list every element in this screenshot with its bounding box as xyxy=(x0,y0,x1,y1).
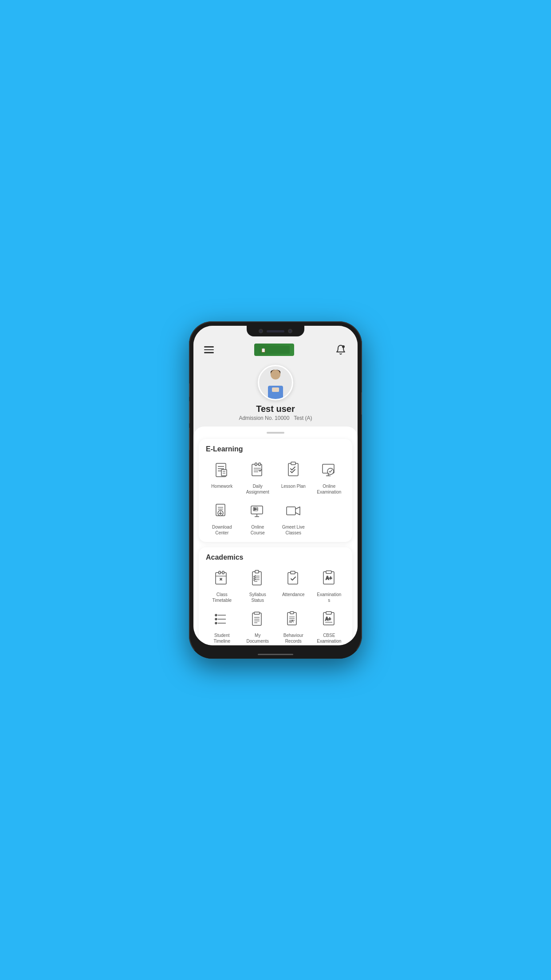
my-documents-label: MyDocuments xyxy=(246,632,269,644)
cbse-examination-item[interactable]: A+ CBSEExamination xyxy=(313,609,346,644)
notification-bell-button[interactable] xyxy=(335,344,347,356)
svg-rect-32 xyxy=(287,507,295,515)
volume-up-button xyxy=(189,401,190,423)
online-course-icon xyxy=(247,500,268,522)
svg-text:A+: A+ xyxy=(326,575,332,581)
user-name: Test user xyxy=(256,404,295,414)
svg-rect-35 xyxy=(222,571,224,574)
lesson-plan-item[interactable]: Lesson Plan xyxy=(277,459,310,495)
svg-point-2 xyxy=(342,345,345,348)
svg-rect-40 xyxy=(255,570,259,573)
online-examination-icon xyxy=(319,459,340,481)
behaviour-records-item[interactable]: BehaviourRecords xyxy=(277,609,310,644)
svg-rect-63 xyxy=(290,612,294,614)
volume-down-button xyxy=(189,428,190,450)
homework-icon xyxy=(211,459,232,481)
earpiece xyxy=(267,330,284,332)
user-info: Admission No. 10000 Test (A) xyxy=(239,415,312,421)
online-course-item[interactable]: OnlineCourse xyxy=(242,500,274,536)
drag-handle xyxy=(267,432,284,434)
svg-rect-16 xyxy=(288,463,298,476)
student-timeline-icon xyxy=(211,609,232,630)
my-documents-icon xyxy=(247,609,268,630)
elearning-title: E-Learning xyxy=(206,445,345,453)
homework-item[interactable]: Homework xyxy=(206,459,238,495)
gmeet-live-label: Gmeet LiveClasses xyxy=(282,524,305,536)
profile-section: Test user Admission No. 10000 Test (A) xyxy=(193,361,358,427)
lesson-plan-label: Lesson Plan xyxy=(281,483,306,489)
svg-rect-12 xyxy=(259,463,260,466)
syllabus-status-item[interactable]: SyllabusStatus xyxy=(242,568,274,603)
examinations-label: Examinations xyxy=(317,592,341,603)
student-timeline-label: StudentTimeline xyxy=(214,632,230,644)
avatar xyxy=(258,365,293,400)
behaviour-records-label: BehaviourRecords xyxy=(283,632,303,644)
svg-rect-48 xyxy=(326,571,331,573)
front-camera xyxy=(259,329,263,333)
academics-title: Academics xyxy=(206,553,345,561)
attendance-icon xyxy=(283,568,304,589)
hamburger-menu-button[interactable] xyxy=(204,346,214,353)
svg-marker-31 xyxy=(254,508,257,510)
svg-rect-17 xyxy=(291,462,295,465)
svg-text:A+: A+ xyxy=(325,616,331,621)
svg-rect-45 xyxy=(288,573,298,584)
svg-point-54 xyxy=(215,618,217,620)
elearning-grid: Homework xyxy=(206,459,345,536)
svg-rect-68 xyxy=(326,612,331,614)
syllabus-status-icon xyxy=(247,568,268,589)
academics-section: Academics xyxy=(199,547,352,645)
svg-rect-33 xyxy=(216,573,226,584)
academics-grid: ClassTimetable xyxy=(206,568,345,644)
attendance-label: Attendance xyxy=(282,592,305,597)
behaviour-records-icon xyxy=(283,609,304,630)
mute-button xyxy=(189,383,190,397)
svg-point-55 xyxy=(215,622,217,624)
daily-assignment-label: DailyAssignment xyxy=(246,483,269,495)
avatar-body xyxy=(268,386,283,399)
class-timetable-item[interactable]: ClassTimetable xyxy=(206,568,238,603)
home-indicator xyxy=(189,650,362,659)
app-logo: 📋 xyxy=(254,344,294,356)
svg-point-53 xyxy=(215,614,217,616)
sensors xyxy=(288,329,292,333)
daily-assignment-item[interactable]: DailyAssignment xyxy=(242,459,274,495)
cbse-examination-icon: A+ xyxy=(319,609,340,630)
svg-rect-46 xyxy=(291,571,295,574)
daily-assignment-icon xyxy=(247,459,268,481)
syllabus-status-label: SyllabusStatus xyxy=(249,592,266,603)
download-center-item[interactable]: DownloadCenter xyxy=(206,500,238,536)
scroll-area: E-Learning xyxy=(193,427,358,645)
examinations-item[interactable]: A+ Examinations xyxy=(313,568,346,603)
attendance-item[interactable]: Attendance xyxy=(277,568,310,603)
svg-rect-57 xyxy=(254,612,260,614)
elearning-section: E-Learning xyxy=(199,439,352,542)
class-timetable-label: ClassTimetable xyxy=(212,592,232,603)
gmeet-live-item[interactable]: Gmeet LiveClasses xyxy=(277,500,310,536)
student-timeline-item[interactable]: StudentTimeline xyxy=(206,609,238,644)
phone-notch xyxy=(247,326,304,336)
svg-rect-7 xyxy=(221,470,227,476)
examinations-icon: A+ xyxy=(319,568,340,589)
class-timetable-icon xyxy=(211,568,232,589)
download-center-label: DownloadCenter xyxy=(212,524,232,536)
svg-rect-11 xyxy=(255,463,257,466)
online-course-label: OnlineCourse xyxy=(251,524,265,536)
my-documents-item[interactable]: MyDocuments xyxy=(242,609,274,644)
home-bar xyxy=(258,654,293,655)
svg-text:📋: 📋 xyxy=(261,348,266,353)
lesson-plan-icon xyxy=(283,459,304,481)
online-examination-label: OnlineExamination xyxy=(317,483,341,495)
svg-rect-34 xyxy=(219,571,220,574)
power-button xyxy=(361,392,362,415)
online-examination-item[interactable]: OnlineExamination xyxy=(313,459,346,495)
cbse-examination-label: CBSEExamination xyxy=(317,632,341,644)
download-center-icon xyxy=(211,500,232,522)
gmeet-live-icon xyxy=(283,500,304,522)
homework-label: Homework xyxy=(211,483,232,489)
avatar-head xyxy=(271,370,280,379)
